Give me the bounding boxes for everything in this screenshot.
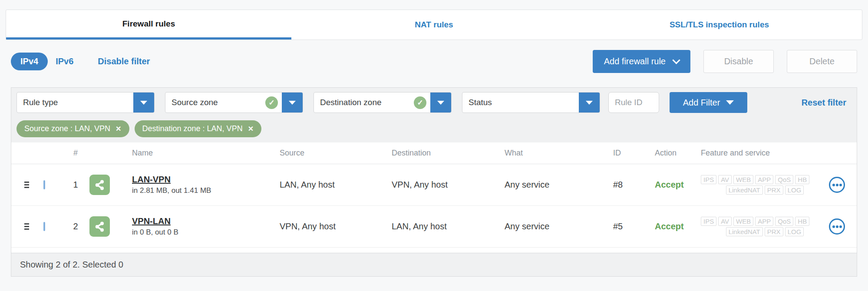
caret-down-icon bbox=[586, 101, 593, 105]
header-what: What bbox=[505, 149, 613, 158]
header-source: Source bbox=[280, 149, 392, 158]
filter-chip-source-zone: Source zone : LAN, VPN ✕ bbox=[17, 120, 129, 137]
table-spacer bbox=[11, 248, 857, 253]
firewall-rules-card: Rule type Source zone ✓ Destination zone… bbox=[11, 87, 857, 277]
rule-id-input[interactable] bbox=[608, 92, 659, 113]
chevron-down-icon bbox=[672, 56, 680, 64]
toolbar-actions: Add firewall rule Disable Delete bbox=[593, 50, 857, 73]
feature-badge: QoS bbox=[775, 175, 793, 184]
source-zone-select[interactable]: Source zone ✓ bbox=[165, 92, 303, 113]
drag-handle[interactable] bbox=[24, 182, 29, 188]
add-filter-button[interactable]: Add Filter bbox=[670, 92, 747, 113]
feature-badge: AV bbox=[718, 217, 732, 226]
share-icon bbox=[93, 220, 106, 233]
row-checkbox[interactable] bbox=[43, 180, 45, 189]
action-status: Accept bbox=[655, 180, 701, 190]
row-checkbox[interactable] bbox=[43, 222, 45, 231]
drag-handle[interactable] bbox=[24, 223, 29, 230]
check-circle-icon: ✓ bbox=[265, 96, 278, 109]
destination-cell: VPN, Any host bbox=[392, 180, 505, 190]
traffic-stats: in 2.81 MB, out 1.41 MB bbox=[132, 186, 280, 195]
destination-zone-dropdown-button[interactable] bbox=[430, 93, 451, 112]
table-header: # Name Source Destination What ID Action… bbox=[11, 142, 857, 164]
feature-badges: IPS AV WEB APP QoS HB LinkedNAT PRX LOG bbox=[701, 217, 829, 236]
remove-filter-icon[interactable]: ✕ bbox=[248, 125, 254, 133]
feature-badge: PRX bbox=[765, 227, 783, 236]
rule-name-link[interactable]: VPN-LAN bbox=[132, 216, 171, 226]
destination-cell: LAN, Any host bbox=[392, 222, 505, 231]
feature-badge: WEB bbox=[733, 217, 753, 226]
filter-chip-label: Source zone : LAN, VPN bbox=[24, 124, 110, 133]
header-feature-service: Feature and service bbox=[701, 149, 829, 158]
caret-down-icon bbox=[140, 101, 147, 105]
what-cell: Any service bbox=[505, 222, 613, 231]
header-action: Action bbox=[655, 149, 701, 158]
destination-zone-select[interactable]: Destination zone ✓ bbox=[314, 92, 452, 113]
remove-filter-icon[interactable]: ✕ bbox=[116, 125, 121, 133]
feature-badge: HB bbox=[795, 217, 809, 226]
rule-name-link[interactable]: LAN-VPN bbox=[132, 175, 171, 185]
active-filter-chips: Source zone : LAN, VPN ✕ Destination zon… bbox=[17, 120, 851, 137]
disable-filter-link[interactable]: Disable filter bbox=[98, 56, 150, 66]
action-status: Accept bbox=[655, 222, 701, 231]
status-select-label: Status bbox=[462, 98, 579, 107]
feature-badge: APP bbox=[755, 217, 773, 226]
more-options-icon[interactable] bbox=[829, 177, 845, 193]
ip-version-toggle-group: IPv4 IPv6 Disable filter bbox=[11, 53, 150, 70]
rule-id-cell: #8 bbox=[613, 180, 655, 190]
feature-badge: LOG bbox=[785, 185, 804, 195]
caret-down-icon bbox=[726, 100, 734, 105]
network-rule-icon bbox=[89, 175, 110, 195]
tab-bar: Firewall rules NAT rules SSL/TLS inspect… bbox=[6, 10, 862, 40]
status-dropdown-button[interactable] bbox=[579, 93, 600, 112]
header-name: Name bbox=[132, 149, 280, 158]
feature-badge: PRX bbox=[765, 185, 783, 195]
what-cell: Any service bbox=[505, 180, 613, 190]
feature-badges: IPS AV WEB APP QoS HB LinkedNAT PRX LOG bbox=[701, 175, 829, 195]
more-options-icon[interactable] bbox=[829, 218, 845, 235]
traffic-stats: in 0 B, out 0 B bbox=[132, 228, 280, 237]
rule-type-select-label: Rule type bbox=[17, 98, 133, 107]
page: Firewall rules NAT rules SSL/TLS inspect… bbox=[0, 10, 868, 277]
caret-down-icon bbox=[437, 101, 444, 105]
rule-type-dropdown-button[interactable] bbox=[133, 93, 154, 112]
caret-down-icon bbox=[289, 101, 296, 105]
feature-badge: LinkedNAT bbox=[726, 227, 763, 236]
share-icon bbox=[93, 179, 106, 192]
feature-badge: HB bbox=[795, 175, 809, 184]
rule-type-select[interactable]: Rule type bbox=[17, 92, 155, 113]
source-cell: LAN, Any host bbox=[280, 180, 392, 190]
feature-badge: WEB bbox=[733, 175, 753, 184]
filter-chip-label: Destination zone : LAN, VPN bbox=[142, 124, 243, 133]
destination-zone-select-label: Destination zone bbox=[314, 98, 414, 107]
rule-index: 1 bbox=[62, 180, 89, 190]
filter-panel: Rule type Source zone ✓ Destination zone… bbox=[11, 88, 857, 142]
feature-badge: QoS bbox=[775, 217, 793, 226]
toolbar: IPv4 IPv6 Disable filter Add firewall ru… bbox=[11, 50, 857, 73]
status-select[interactable]: Status bbox=[462, 92, 600, 113]
filter-chip-destination-zone: Destination zone : LAN, VPN ✕ bbox=[135, 120, 262, 137]
feature-badge: LinkedNAT bbox=[726, 185, 763, 195]
firewall-rule-row: 1 LAN-VPN in 2.81 MB, out 1.41 MB LAN, A… bbox=[11, 164, 857, 206]
tab-nat-rules[interactable]: NAT rules bbox=[291, 10, 577, 40]
add-filter-label: Add Filter bbox=[683, 98, 720, 108]
network-rule-icon bbox=[89, 216, 110, 237]
reset-filter-link[interactable]: Reset filter bbox=[802, 98, 846, 108]
disable-button[interactable]: Disable bbox=[703, 50, 774, 73]
source-cell: VPN, Any host bbox=[280, 222, 392, 231]
rule-index: 2 bbox=[62, 222, 89, 231]
ipv6-toggle[interactable]: IPv6 bbox=[56, 56, 73, 66]
feature-badge: IPS bbox=[701, 217, 716, 226]
source-zone-dropdown-button[interactable] bbox=[282, 93, 303, 112]
showing-status-text: Showing 2 of 2. Selected 0 bbox=[20, 260, 123, 270]
delete-button[interactable]: Delete bbox=[787, 50, 857, 73]
ipv4-toggle[interactable]: IPv4 bbox=[11, 53, 48, 70]
feature-badge: IPS bbox=[701, 175, 716, 184]
firewall-rule-row: 2 VPN-LAN in 0 B, out 0 B VPN, Any host bbox=[11, 206, 857, 248]
add-firewall-rule-button[interactable]: Add firewall rule bbox=[593, 50, 690, 73]
header-index: # bbox=[62, 149, 89, 158]
tab-ssl-tls-inspection-rules[interactable]: SSL/TLS inspection rules bbox=[577, 10, 862, 40]
feature-badge: LOG bbox=[785, 227, 804, 236]
tab-firewall-rules[interactable]: Firewall rules bbox=[6, 10, 291, 40]
feature-badge: AV bbox=[718, 175, 732, 184]
